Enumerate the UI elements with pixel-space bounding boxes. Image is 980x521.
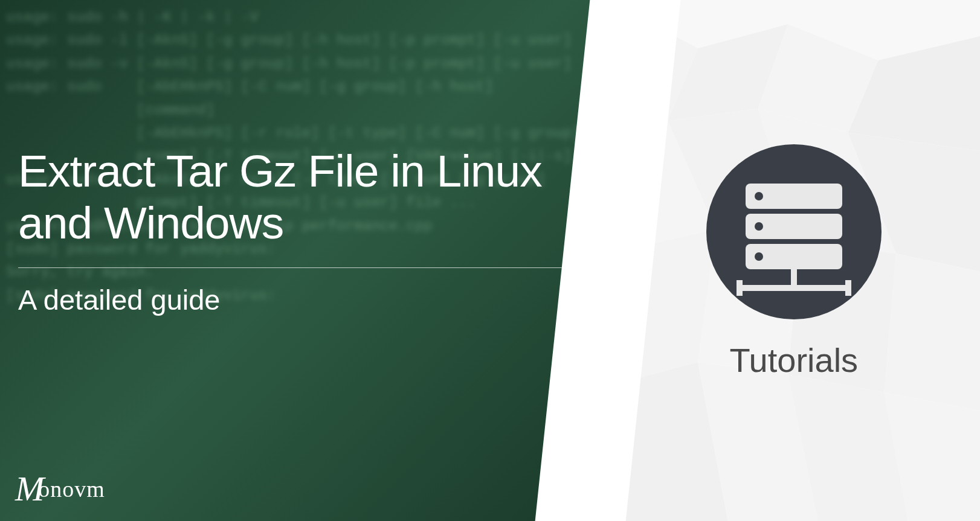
logo-text: onovm — [38, 476, 105, 502]
banner-container: usage: sudo -h | -K | -k | -V usage: sud… — [0, 0, 980, 521]
logo-prefix: M — [15, 468, 41, 509]
brand-logo: M onovm — [15, 468, 105, 509]
svg-point-22 — [755, 252, 763, 261]
svg-rect-26 — [845, 280, 851, 296]
svg-marker-11 — [884, 254, 980, 411]
svg-rect-23 — [791, 269, 797, 287]
title-divider — [18, 267, 584, 268]
svg-point-18 — [755, 192, 763, 200]
left-panel: usage: sudo -h | -K | -k | -V usage: sud… — [0, 0, 608, 521]
svg-point-20 — [755, 222, 763, 231]
title-block: Extract Tar Gz File in Linux and Windows… — [18, 145, 584, 316]
svg-rect-24 — [740, 285, 848, 291]
main-title: Extract Tar Gz File in Linux and Windows — [18, 145, 584, 249]
category-label: Tutorials — [729, 340, 858, 380]
svg-marker-3 — [848, 36, 980, 151]
server-icon — [703, 141, 885, 322]
subtitle: A detailed guide — [18, 283, 584, 316]
svg-rect-25 — [737, 280, 743, 296]
